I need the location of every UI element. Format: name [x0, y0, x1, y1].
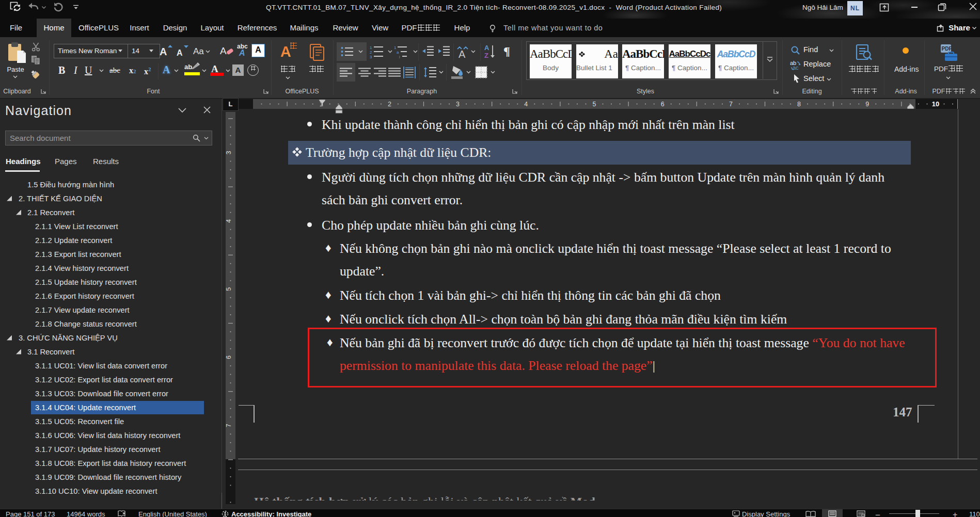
svg-text:6: 6: [226, 356, 232, 359]
svg-text:4: 4: [524, 101, 528, 108]
svg-text:1: 1: [370, 45, 372, 50]
svg-text:10: 10: [932, 100, 939, 108]
svg-text:3: 3: [226, 151, 232, 154]
svg-text:5: 5: [593, 101, 596, 108]
svg-text:1: 1: [394, 45, 397, 50]
svg-text:A: A: [459, 49, 466, 59]
svg-text:7: 7: [729, 101, 733, 108]
svg-text:9: 9: [865, 101, 869, 108]
svg-text:7: 7: [226, 424, 232, 427]
svg-text:3: 3: [456, 101, 460, 108]
svg-text:5: 5: [226, 287, 232, 291]
svg-text:4: 4: [226, 219, 232, 223]
svg-text:A: A: [484, 44, 489, 52]
svg-text:Z: Z: [484, 52, 488, 59]
svg-text:2: 2: [388, 101, 391, 108]
svg-text:a: a: [397, 50, 399, 55]
svg-text:3: 3: [370, 55, 372, 58]
svg-text:i: i: [399, 55, 400, 58]
svg-text:2: 2: [370, 50, 372, 55]
svg-text:PDF: PDF: [942, 46, 952, 52]
svg-text:6: 6: [661, 101, 665, 108]
svg-text:8: 8: [797, 101, 801, 108]
